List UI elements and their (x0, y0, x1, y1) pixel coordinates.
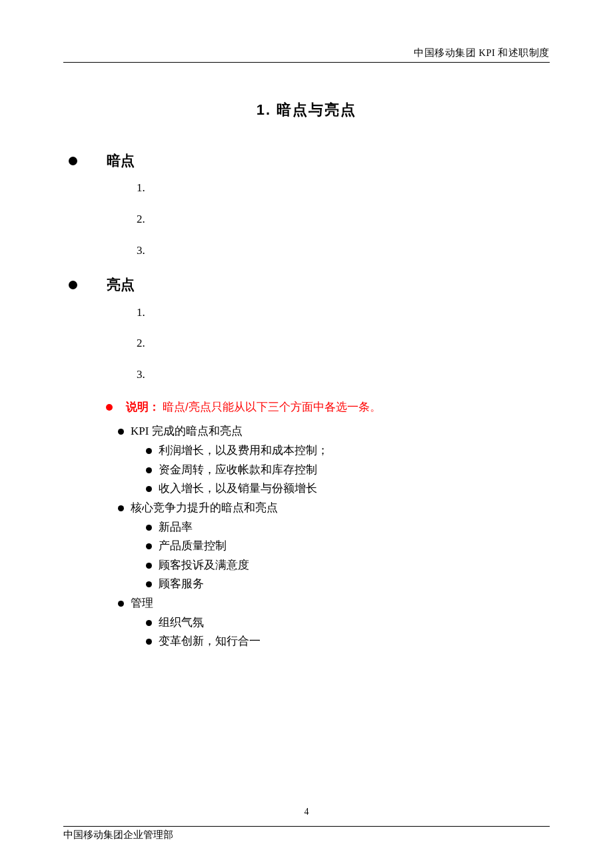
bullet-icon (146, 543, 152, 549)
tree-text: 变革创新，知行合一 (159, 633, 261, 650)
list-item: 2. (137, 335, 550, 352)
tree-text: 资金周转，应收帐款和库存控制 (159, 462, 317, 479)
bullet-red-icon (106, 404, 113, 411)
list-item: 1. (137, 180, 550, 197)
tree-item: 组织气氛 (146, 615, 550, 631)
list-item: 1. (137, 305, 550, 321)
bullet-icon (146, 486, 152, 492)
numbered-list: 1. 2. 3. (137, 180, 550, 259)
document-page: 中国移动集团 KPI 和述职制度 1. 暗点与亮点 暗点 1. 2. 3. 亮点… (0, 0, 613, 868)
section-head: 暗点 (69, 151, 550, 171)
tree-item: 利润增长，以及费用和成本控制； (146, 443, 550, 459)
section-title: 暗点 (107, 151, 135, 171)
tree-text: KPI 完成的暗点和亮点 (131, 423, 243, 440)
section-head: 亮点 (69, 275, 550, 295)
tree-item: 变革创新，知行合一 (146, 633, 550, 650)
bullet-icon (146, 563, 152, 569)
list-item: 3. (137, 367, 550, 383)
numbered-list: 1. 2. 3. (137, 305, 550, 383)
page-content: 暗点 1. 2. 3. 亮点 1. 2. 3. 说明： 暗点/亮点只能从以下三个… (63, 151, 550, 650)
tree-item: 产品质量控制 (146, 538, 550, 555)
header-text: 中国移动集团 KPI 和述职制度 (414, 47, 550, 58)
bullet-icon (146, 581, 152, 587)
tree-item: 核心竞争力提升的暗点和亮点 (118, 500, 550, 517)
tree-text: 顾客服务 (159, 576, 204, 593)
tree-text: 产品质量控制 (159, 538, 227, 555)
page-number: 4 (0, 807, 613, 817)
section-dark-points: 暗点 1. 2. 3. (63, 151, 550, 259)
bullet-icon (146, 525, 152, 531)
note-row: 说明： 暗点/亮点只能从以下三个方面中各选一条。 (106, 399, 550, 416)
bullet-icon (118, 429, 124, 435)
footer-divider (63, 826, 550, 827)
tree-text: 核心竞争力提升的暗点和亮点 (131, 500, 278, 517)
footer-org: 中国移动集团企业管理部 (63, 829, 173, 841)
page-title: 1. 暗点与亮点 (63, 100, 550, 120)
note-text: 暗点/亮点只能从以下三个方面中各选一条。 (163, 399, 381, 416)
tree-item: KPI 完成的暗点和亮点 (118, 423, 550, 440)
tree-item: 新品率 (146, 519, 550, 536)
outline-tree: KPI 完成的暗点和亮点 利润增长，以及费用和成本控制； 资金周转，应收帐款和库… (118, 423, 550, 650)
tree-text: 顾客投诉及满意度 (159, 557, 249, 574)
bullet-icon (146, 620, 152, 626)
list-item: 3. (137, 243, 550, 259)
tree-item: 资金周转，应收帐款和库存控制 (146, 462, 550, 479)
page-header: 中国移动集团 KPI 和述职制度 (63, 47, 550, 63)
tree-item: 收入增长，以及销量与份额增长 (146, 481, 550, 497)
tree-text: 收入增长，以及销量与份额增长 (159, 481, 317, 497)
list-item: 2. (137, 211, 550, 228)
bullet-icon (146, 467, 152, 473)
bullet-icon (69, 157, 77, 165)
section-title: 亮点 (107, 275, 135, 295)
section-bright-points: 亮点 1. 2. 3. (63, 275, 550, 383)
tree-text: 新品率 (159, 519, 193, 536)
tree-item: 顾客服务 (146, 576, 550, 593)
bullet-icon (118, 601, 124, 607)
bullet-icon (118, 505, 124, 511)
note-label: 说明： (126, 399, 160, 416)
bullet-icon (69, 281, 77, 289)
tree-text: 利润增长，以及费用和成本控制； (159, 443, 328, 459)
bullet-icon (146, 448, 152, 454)
tree-item: 管理 (118, 595, 550, 612)
tree-text: 组织气氛 (159, 615, 204, 631)
bullet-icon (146, 639, 152, 645)
tree-text: 管理 (131, 595, 153, 612)
tree-item: 顾客投诉及满意度 (146, 557, 550, 574)
